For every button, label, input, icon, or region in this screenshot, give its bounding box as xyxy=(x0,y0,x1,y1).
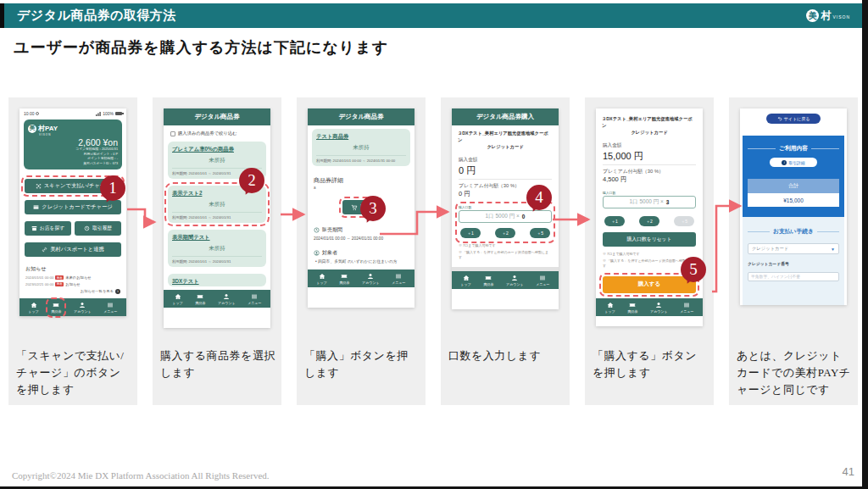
notice-more-label: お知らせ一覧を見る xyxy=(81,289,114,293)
find-shop-button[interactable]: お店を探す xyxy=(25,221,71,236)
voucher-name-link[interactable]: プレミアム率0%の商品券 xyxy=(172,146,262,153)
voucher-card-clipped[interactable]: 3DXテスト xyxy=(168,274,266,286)
nav-item-menu[interactable]: メニュー xyxy=(246,292,263,306)
return-arrow-icon xyxy=(777,116,782,121)
notice-item[interactable]: 2024/01/01 00:00 新着 未来のお知らせ xyxy=(25,275,120,280)
ticket-icon xyxy=(197,293,203,300)
voucher-card[interactable]: 表示期間テスト 未所持 利用期間: 2024/01/01 ～ 2024/01/3… xyxy=(168,230,266,267)
header-notch xyxy=(0,3,4,28)
sale-period-label: 販売期間 xyxy=(322,226,342,234)
nav-label: トップ xyxy=(316,281,326,285)
menu-icon xyxy=(539,275,546,281)
checkbox-icon[interactable] xyxy=(170,131,175,136)
product-title: ３DXテスト_美村エリア観光促進地域クーポン xyxy=(602,115,697,129)
new-badge: 新着 xyxy=(55,275,64,280)
page-number: 41 xyxy=(843,465,854,478)
nav-item-top[interactable]: トップ xyxy=(459,274,472,287)
quantity-input[interactable]: 1口 5000 円 × 3 xyxy=(603,196,696,208)
nav-label: アカウント xyxy=(218,301,235,305)
voucher-name-link[interactable]: テスト商品券 xyxy=(316,133,406,141)
sale-period-heading: 販売期間 xyxy=(314,226,409,234)
nav-item-top[interactable]: トップ xyxy=(603,301,616,314)
home-icon xyxy=(319,273,326,280)
pay-logo-sub: VISON xyxy=(39,133,118,136)
nav-label: アカウント xyxy=(362,281,379,285)
history-label: 取引履歴 xyxy=(92,225,112,232)
step-badge-2: 2 xyxy=(239,168,264,193)
nav-item-top[interactable]: トップ xyxy=(314,272,328,286)
nav-label: 商品券 xyxy=(627,309,637,314)
target-heading: 対象者 xyxy=(314,249,409,257)
notice-date: 2024/01/01 00:00 xyxy=(25,275,53,280)
step-panel-3: デジタル商品券 テスト商品券 未所持 利用期間: 2024/01/01 00:0… xyxy=(297,97,426,405)
history-button[interactable]: 取引履歴 xyxy=(75,221,121,236)
quantity-label: 購入口数 xyxy=(603,191,696,195)
transaction-detail-button[interactable]: i 取引詳細 xyxy=(770,158,817,167)
passport-link-button[interactable]: 美村パスポートと連携 xyxy=(25,242,121,257)
nav-item-account[interactable]: アカウント xyxy=(72,301,92,314)
shop-icon xyxy=(31,225,37,231)
info-icon: i xyxy=(782,160,787,165)
copyright-text: Copyright©2024 Mie DX Platform Associati… xyxy=(12,470,270,481)
nav-item-account[interactable]: アカウント xyxy=(360,272,381,286)
nav-item-menu[interactable]: メニュー xyxy=(678,301,695,314)
purchased-filter[interactable]: 購入済みの商品券で絞り込む xyxy=(170,131,264,136)
divider xyxy=(459,179,552,180)
payment-method-select[interactable]: クレジットカード ▼ xyxy=(748,243,839,254)
phone-blank-area xyxy=(308,287,415,308)
nav-item-voucher[interactable]: 商品券 xyxy=(193,292,207,306)
status-time: 10:00 xyxy=(24,111,35,116)
voucher-name-link[interactable]: 表示期間テスト xyxy=(172,234,262,242)
plus-1-button[interactable]: ＋1 xyxy=(604,216,625,226)
nav-item-top[interactable]: トップ xyxy=(170,292,184,306)
notice-item[interactable]: 2023/02/21 00:00 新着 お知らせ xyxy=(25,282,120,286)
nav-item-account[interactable]: アカウント xyxy=(216,292,236,306)
notice-more-link[interactable]: お知らせ一覧を見る › xyxy=(25,289,120,294)
app-header: デジタル商品券 xyxy=(164,108,270,125)
transaction-detail-label: 取引詳細 xyxy=(788,160,804,165)
plus-1-button[interactable]: ＋1 xyxy=(460,228,481,238)
cart-icon xyxy=(351,204,358,211)
menu-icon xyxy=(683,302,690,308)
detail-section-title: 商品券詳細 xyxy=(314,176,409,185)
steps-strip: 10:00 100% 美 村PAY VISON 2,600 ¥on コイン有効期… xyxy=(8,97,858,405)
plus-5-button[interactable]: ＋5 xyxy=(530,228,550,238)
new-badge: 新着 xyxy=(55,282,64,286)
nav-item-menu[interactable]: メニュー xyxy=(390,272,407,286)
purchase-note: ※ 7口まで購入可能です xyxy=(603,252,696,257)
nav-item-menu[interactable]: メニュー xyxy=(534,274,551,287)
nav-item-voucher[interactable]: 商品券 xyxy=(337,272,351,286)
nav-item-voucher[interactable]: 商品券 xyxy=(626,301,639,314)
card-number-input[interactable] xyxy=(748,272,839,281)
back-to-site-button[interactable]: サイトに戻る xyxy=(766,114,821,124)
payment-procedure-section: お支払い手続き クレジットカード ▼ クレジットカード番号 xyxy=(743,217,844,305)
usage-summary-box: ご利用内容 i 取引詳細 合計 ¥15,000 xyxy=(743,136,844,217)
home-icon xyxy=(31,302,37,308)
nav-item-account[interactable]: アカウント xyxy=(504,274,525,287)
nav-item-menu[interactable]: メニュー xyxy=(102,301,119,314)
quantity-value: 3 xyxy=(666,199,670,205)
quantity-unit: 1口 5000 円 × xyxy=(486,213,520,220)
link-icon xyxy=(42,247,47,253)
step-panel-5: ３DXテスト_美村エリア観光促進地域クーポン クレジットカード 購入金額 15,… xyxy=(585,97,714,405)
reset-quantity-button[interactable]: 購入口数をリセット xyxy=(603,232,696,247)
voucher-name-link[interactable]: 3DXテスト xyxy=(172,278,262,286)
person-icon xyxy=(511,275,518,281)
notice-date: 2023/02/21 00:00 xyxy=(25,282,53,286)
step-caption-5: 「購入する」ボタンを押します xyxy=(593,347,708,381)
plus-2-button[interactable]: ＋2 xyxy=(495,228,515,238)
phone-status-bar: 10:00 100% xyxy=(19,108,126,118)
credit-card-icon xyxy=(33,204,39,210)
phone-blank-area xyxy=(596,316,703,326)
nav-item-voucher[interactable]: 商品券 xyxy=(49,301,63,314)
plus-2-button[interactable]: ＋2 xyxy=(639,216,659,226)
premium-value: 4,500 円 xyxy=(603,175,696,184)
nav-item-top[interactable]: トップ xyxy=(26,301,40,314)
nav-item-voucher[interactable]: 商品券 xyxy=(481,274,495,287)
nav-item-account[interactable]: アカウント xyxy=(648,301,669,314)
vison-logo: 美 村 VISON xyxy=(806,3,850,28)
product-title: ３DXテスト_美村エリア観光促進地域クーポン xyxy=(458,130,553,143)
passport-id: 美村パスポートID：673 xyxy=(28,162,118,167)
amount-label: 購入金額 xyxy=(603,142,696,149)
step-panel-6: サイトに戻る ご利用内容 i 取引詳細 合計 ¥15,000 お支払い手続き ク… xyxy=(729,97,858,405)
